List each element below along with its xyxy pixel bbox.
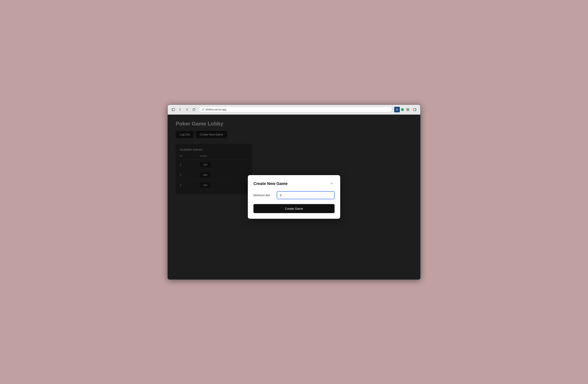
green-dot-icon (401, 108, 404, 111)
lock-icon: 🔗 (202, 108, 204, 111)
reload-button[interactable] (191, 107, 197, 113)
nav-buttons (170, 107, 197, 113)
svg-rect-0 (172, 108, 175, 111)
modal-header: Create New Game × (253, 181, 335, 186)
modal-close-button[interactable]: × (329, 181, 335, 186)
extension-icon[interactable] (405, 107, 411, 113)
back-button[interactable] (177, 107, 183, 113)
create-game-submit-button[interactable]: Create Game (253, 204, 335, 213)
minimum-bet-row: Minimum Bet (253, 191, 335, 199)
minimum-bet-input[interactable] (277, 191, 335, 199)
svg-rect-6 (413, 108, 416, 111)
minimum-bet-label: Minimum Bet (253, 194, 273, 197)
toolbar-right: U (394, 107, 418, 113)
modal-title: Create New Game (253, 181, 288, 186)
svg-rect-3 (408, 108, 409, 109)
bitwarden-icon[interactable]: U (394, 107, 400, 113)
modal-overlay[interactable]: Create New Game × Minimum Bet Create Gam… (168, 114, 420, 279)
browser-window: 🔗 eloflow.vercel.app U Poker Game Lobby … (168, 105, 420, 280)
sidebar-right-icon[interactable] (412, 107, 418, 113)
browser-chrome: 🔗 eloflow.vercel.app U (168, 105, 420, 114)
url-text: eloflow.vercel.app (206, 108, 226, 111)
svg-rect-2 (407, 108, 408, 109)
sidebar-toggle-button[interactable] (170, 107, 176, 113)
browser-content: Poker Game Lobby Log Out Create New Game… (168, 114, 420, 279)
create-game-modal: Create New Game × Minimum Bet Create Gam… (248, 175, 340, 219)
svg-rect-5 (408, 110, 409, 111)
address-bar[interactable]: 🔗 eloflow.vercel.app (199, 107, 392, 112)
svg-rect-4 (407, 110, 408, 111)
forward-button[interactable] (184, 107, 190, 113)
